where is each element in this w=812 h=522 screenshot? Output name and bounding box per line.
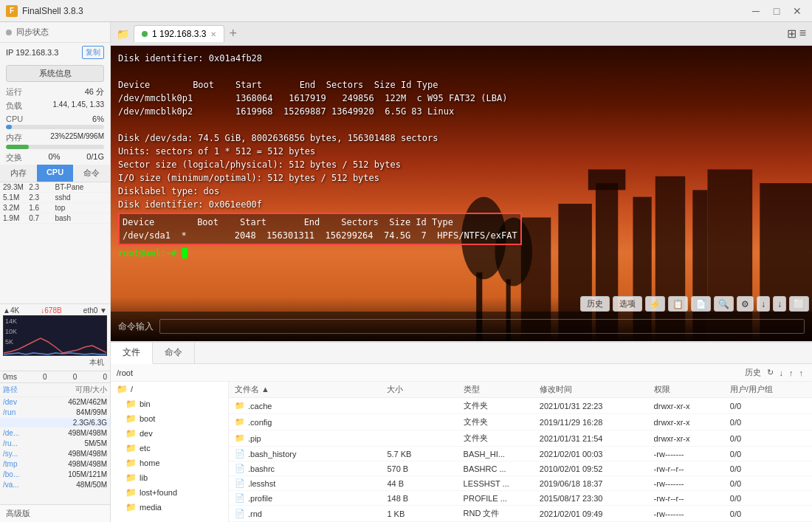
- col-modified[interactable]: 修改时间: [540, 384, 654, 395]
- folder-icon: 📁: [125, 487, 137, 498]
- tree-item-label: etc: [140, 444, 151, 453]
- connection-dot: [142, 31, 148, 37]
- tree-item-boot[interactable]: 📁 boot: [111, 411, 228, 426]
- scroll-down-button[interactable]: ↓: [757, 296, 770, 312]
- proc-mem: 29.3M: [3, 183, 29, 191]
- fs-row: /dev462M/462M: [0, 397, 110, 408]
- scroll-down2-button[interactable]: ↓: [773, 296, 786, 312]
- file-icon: 📄: [235, 509, 245, 518]
- lightning-button[interactable]: ⚡: [645, 296, 665, 312]
- tree-item-media[interactable]: 📁 media: [111, 500, 228, 515]
- tab-files[interactable]: 文件: [111, 343, 153, 364]
- input-label: 命令输入: [118, 320, 154, 333]
- col-perms[interactable]: 权限: [654, 384, 730, 395]
- tab-cpu[interactable]: CPU: [37, 165, 74, 182]
- tab-close-button[interactable]: ✕: [210, 30, 216, 38]
- tree-item-label: lib: [140, 473, 148, 482]
- add-tab-button[interactable]: +: [229, 26, 237, 41]
- sidebar-header: 同步状态: [0, 22, 110, 43]
- tree-item-label: lost+found: [140, 488, 177, 497]
- tab-commands[interactable]: 命令: [153, 343, 195, 363]
- tab-command[interactable]: 命令: [73, 165, 110, 182]
- terminal-toolbar: 历史 选项 ⚡ 📋 📄 🔍 ⚙ ↓ ↓ ⬜: [580, 296, 809, 312]
- tree-item-etc[interactable]: 📁 etc: [111, 441, 228, 456]
- proc-name: BT-Pane: [55, 183, 108, 191]
- tab-memory[interactable]: 内存: [0, 165, 37, 182]
- clipboard-button[interactable]: 📋: [668, 296, 688, 312]
- col-size[interactable]: 大小: [387, 384, 463, 395]
- process-table: 29.3M 2.3 BT-Pane 5.1M 2.3 sshd 3.2M 1.6…: [0, 182, 110, 303]
- list-item[interactable]: 📄.bash_history 5.7 KB BASH_HI... 2021/02…: [229, 447, 812, 461]
- search-button[interactable]: 🔍: [714, 296, 734, 312]
- list-item[interactable]: 📄.rnd 1 KB RND 文件 2021/02/01 09:49 -rw--…: [229, 506, 812, 522]
- menu-icon[interactable]: ≡: [799, 27, 806, 41]
- folder-icon: 📁: [125, 473, 137, 483]
- options-button[interactable]: 选项: [613, 296, 642, 312]
- close-button[interactable]: ✕: [788, 4, 806, 18]
- swap-total: 0/1G: [86, 152, 104, 163]
- list-item[interactable]: 📁.config 文件夹 2019/11/29 16:28 drwxr-xr-x…: [229, 414, 812, 430]
- minimize-button[interactable]: ─: [747, 4, 765, 18]
- sync-dot: [6, 30, 12, 35]
- history-label[interactable]: 历史: [742, 366, 764, 379]
- proc-mem: 1.9M: [3, 214, 29, 222]
- folder-icon: 📁: [125, 502, 137, 512]
- prompt-text: root@aml:~#: [118, 248, 182, 258]
- sync-status: 同步状态: [16, 27, 49, 38]
- list-item[interactable]: 📁.pip 文件夹 2021/01/31 21:54 drwxr-xr-x 0/…: [229, 430, 812, 447]
- tree-item-lost-found[interactable]: 📁 lost+found: [111, 485, 228, 500]
- list-item[interactable]: 📁.cache 文件夹 2021/01/31 22:23 drwxr-xr-x …: [229, 398, 812, 414]
- tree-item-label: media: [140, 503, 162, 512]
- process-row: 1.9M 0.7 bash: [0, 213, 110, 224]
- settings-button[interactable]: ⚙: [737, 296, 754, 312]
- fs-row: /run84M/99M: [0, 408, 110, 418]
- network-header: ▲4K ↓678B eth0 ▼: [3, 306, 107, 315]
- copy-button[interactable]: 复制: [82, 46, 104, 59]
- tab-bar-right: ⊞ ≡: [787, 27, 806, 41]
- app-title: FinalShell 3.8.3: [22, 6, 83, 16]
- latency-section: 0ms 0 0 0: [0, 371, 110, 382]
- file-list-header: 文件名 ▲ 大小 类型 修改时间 权限 用户/用户组: [229, 382, 812, 398]
- col-owner[interactable]: 用户/用户组: [730, 384, 806, 395]
- file-button[interactable]: 📄: [691, 296, 711, 312]
- swap-value: 0%: [49, 152, 61, 163]
- maximize-button[interactable]: □: [768, 4, 785, 18]
- fs-row: /ru...5M/5M: [0, 439, 110, 449]
- grid-icon[interactable]: ⊞: [787, 27, 796, 41]
- cpu-progress-container: [0, 125, 110, 131]
- tree-root[interactable]: 📁 /: [111, 382, 228, 396]
- terminal-command-input[interactable]: [159, 319, 805, 334]
- title-bar: F FinalShell 3.8.3 ─ □ ✕: [0, 0, 812, 22]
- folder-icon: 📁: [125, 443, 137, 453]
- session-tab[interactable]: 1 192.168.3.3 ✕: [134, 25, 224, 42]
- fullscreen-button[interactable]: ⬜: [789, 296, 809, 312]
- advanced-button[interactable]: 高级版: [0, 504, 110, 522]
- folder-icon: 📁: [125, 399, 137, 409]
- highlight-box: Device Boot Start End Sectors Size Id Ty…: [118, 213, 522, 245]
- list-item[interactable]: 📄.bashrc 570 B BASHRC ... 2010/02/01 09:…: [229, 461, 812, 476]
- download-button[interactable]: ↓: [777, 368, 787, 378]
- sysinfo-button[interactable]: 系统信息: [6, 65, 104, 82]
- proc-cpu: 2.3: [29, 193, 55, 202]
- refresh-button[interactable]: ↻: [764, 367, 777, 378]
- upload-button[interactable]: ↑: [786, 368, 796, 378]
- fs-row: /va...48M/50M: [0, 480, 110, 490]
- history-button[interactable]: 历史: [580, 296, 610, 312]
- list-item[interactable]: 📄.profile 148 B PROFILE ... 2015/08/17 2…: [229, 491, 812, 506]
- tree-item-home[interactable]: 📁 home: [111, 456, 228, 470]
- app-logo: F: [6, 5, 18, 17]
- mem-row: 内存 23%225M/996M: [0, 131, 110, 145]
- upload2-button[interactable]: ↑: [796, 368, 807, 378]
- cpu-progress-fill: [6, 125, 12, 129]
- window-controls: ─ □ ✕: [747, 4, 806, 18]
- cpu-row: CPU 6%: [0, 113, 110, 125]
- tree-item-bin[interactable]: 📁 bin: [111, 396, 228, 411]
- file-tree: 📁 / 📁 bin 📁 boot 📁 dev: [111, 382, 229, 522]
- col-filename[interactable]: 文件名 ▲: [235, 384, 387, 395]
- tree-item-dev[interactable]: 📁 dev: [111, 426, 228, 441]
- fs-row: /de...498M/498M: [0, 428, 110, 439]
- tree-item-lib[interactable]: 📁 lib: [111, 470, 228, 485]
- list-item[interactable]: 📄.lesshst 44 B LESSHST ... 2019/06/18 18…: [229, 476, 812, 491]
- swap-row: 交换 0% 0/1G: [0, 151, 110, 165]
- col-type[interactable]: 类型: [464, 384, 540, 395]
